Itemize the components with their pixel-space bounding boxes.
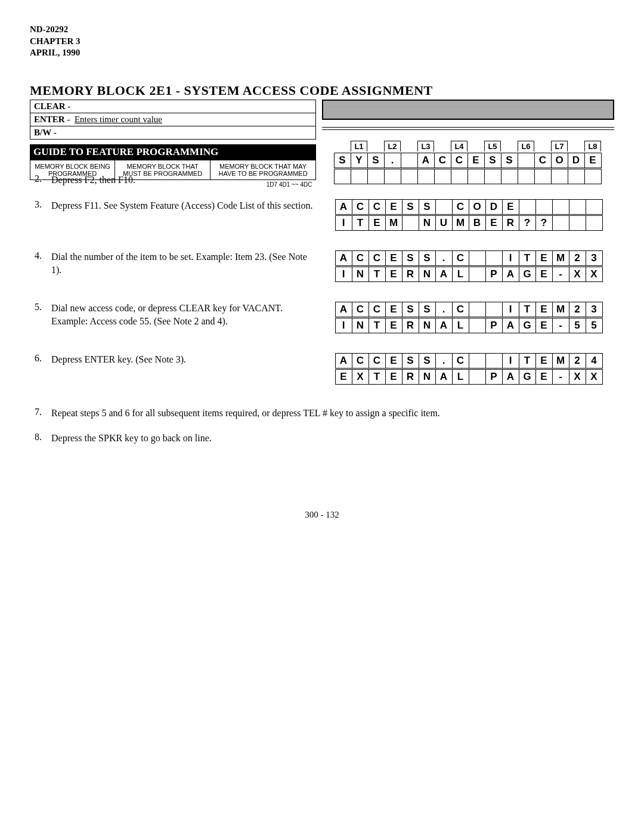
display-cell: T bbox=[369, 267, 386, 282]
lk-label: L1 bbox=[351, 141, 367, 151]
lk-label bbox=[367, 141, 384, 151]
display-cell bbox=[469, 302, 486, 317]
display-cell bbox=[451, 169, 468, 184]
display-cell: N bbox=[352, 267, 369, 282]
doc-chapter: CHAPTER 3 bbox=[30, 36, 614, 48]
display-cell: E bbox=[467, 153, 485, 168]
display-cell: 3 bbox=[586, 302, 603, 317]
display-cell: P bbox=[485, 267, 503, 282]
display-cell: - bbox=[552, 267, 569, 282]
display-cell: S bbox=[402, 250, 419, 266]
lk-label bbox=[534, 141, 551, 151]
display-cell: S bbox=[367, 153, 385, 168]
display-cell: X bbox=[569, 267, 586, 282]
display-cell: X bbox=[352, 369, 369, 385]
display-cell bbox=[501, 169, 518, 184]
step-num: 4. bbox=[30, 250, 42, 261]
display-cell: N bbox=[419, 369, 436, 385]
display-cell: C bbox=[369, 199, 386, 215]
display-cell: B bbox=[469, 215, 486, 231]
display-cell: G bbox=[519, 318, 536, 333]
display-cell: T bbox=[519, 250, 536, 266]
display-cell: N bbox=[352, 318, 369, 333]
display-cell: U bbox=[435, 215, 453, 231]
keys-table: CLEAR - ENTER - Enters timer count value… bbox=[30, 100, 316, 140]
display-cell: 2 bbox=[569, 353, 586, 369]
display-cell bbox=[586, 215, 603, 231]
display-cell: A bbox=[335, 199, 352, 215]
display-cell: I bbox=[335, 318, 352, 333]
display-cell: L bbox=[452, 267, 469, 282]
display-cell: E bbox=[385, 353, 402, 369]
display-cell: I bbox=[502, 250, 519, 266]
lk-label bbox=[501, 141, 518, 151]
display-cell: S bbox=[402, 302, 419, 317]
main-title: MEMORY BLOCK 2E1 - SYSTEM ACCESS CODE AS… bbox=[30, 83, 614, 98]
display-cell bbox=[584, 169, 602, 184]
display-cell: Y bbox=[351, 153, 368, 168]
display-cell: S bbox=[402, 353, 419, 369]
display-cell: M bbox=[452, 215, 469, 231]
display-cell: X bbox=[569, 369, 586, 385]
display-cell: E bbox=[485, 215, 503, 231]
display-cell: ? bbox=[535, 215, 553, 231]
step-text: Dial new access code, or depress CLEAR k… bbox=[51, 302, 314, 327]
display-cell bbox=[551, 169, 568, 184]
lk-label: L3 bbox=[417, 141, 434, 151]
bw-label: B/W - bbox=[30, 126, 316, 139]
display-cell: E bbox=[535, 302, 553, 317]
display-cell: R bbox=[402, 267, 419, 282]
display-cell: S bbox=[419, 353, 436, 369]
display-cell: E bbox=[335, 369, 352, 385]
display-cell: I bbox=[335, 267, 352, 282]
display-cell: C bbox=[352, 199, 369, 215]
display-cell bbox=[469, 353, 486, 369]
display-cell: E bbox=[535, 318, 553, 333]
display-cell bbox=[485, 353, 503, 369]
display-cell: D bbox=[485, 199, 503, 215]
display-cell: 5 bbox=[569, 318, 586, 333]
display-cell: T bbox=[352, 215, 369, 231]
step-text: Depress F11. See System Feature (Access)… bbox=[51, 199, 314, 212]
lk-label: L6 bbox=[518, 141, 534, 151]
step-num: 6. bbox=[30, 353, 42, 364]
display-cell: C bbox=[369, 302, 386, 317]
display-cell: S bbox=[501, 153, 518, 168]
lk-label bbox=[334, 141, 351, 151]
display-cell: A bbox=[335, 353, 352, 369]
display-cell: S bbox=[334, 153, 351, 168]
lk-label bbox=[401, 141, 417, 151]
display-cell: A bbox=[417, 153, 435, 168]
display-cell: C bbox=[452, 353, 469, 369]
display-cell bbox=[518, 169, 535, 184]
display-cell: A bbox=[435, 369, 453, 385]
display-cell: C bbox=[352, 250, 369, 266]
step-num: 8. bbox=[30, 432, 42, 442]
doc-id: ND-20292 bbox=[30, 24, 614, 36]
display-cell: M bbox=[552, 302, 569, 317]
step-text: Depress F2, then F10. bbox=[51, 174, 314, 187]
display-cell: ? bbox=[519, 215, 536, 231]
display-cell bbox=[519, 199, 536, 215]
display-cell bbox=[484, 169, 501, 184]
display-cell: . bbox=[384, 153, 401, 168]
display-cell: E bbox=[385, 250, 402, 266]
display-cell: G bbox=[519, 369, 536, 385]
step-text: Dial the number of the item to be set. E… bbox=[51, 250, 314, 276]
display-cell: 5 bbox=[586, 318, 603, 333]
display-cell: L bbox=[452, 318, 469, 333]
display-cell bbox=[469, 267, 486, 282]
clear-label: CLEAR - bbox=[30, 100, 316, 113]
step-num: 3. bbox=[30, 199, 42, 210]
display-cell: . bbox=[435, 302, 453, 317]
lk-label: L2 bbox=[384, 141, 401, 151]
enter-label: ENTER - bbox=[34, 114, 70, 124]
display-cell bbox=[485, 302, 503, 317]
guide-title: GUIDE TO FEATURE PROGRAMMING bbox=[30, 144, 316, 160]
step-text: Depress the SPKR key to go back on line. bbox=[51, 432, 212, 445]
enter-row: ENTER - Enters timer count value bbox=[30, 113, 316, 126]
display-cell bbox=[469, 318, 486, 333]
display-cell bbox=[552, 215, 569, 231]
lk-label: L5 bbox=[484, 141, 501, 151]
doc-date: APRIL, 1990 bbox=[30, 47, 614, 59]
